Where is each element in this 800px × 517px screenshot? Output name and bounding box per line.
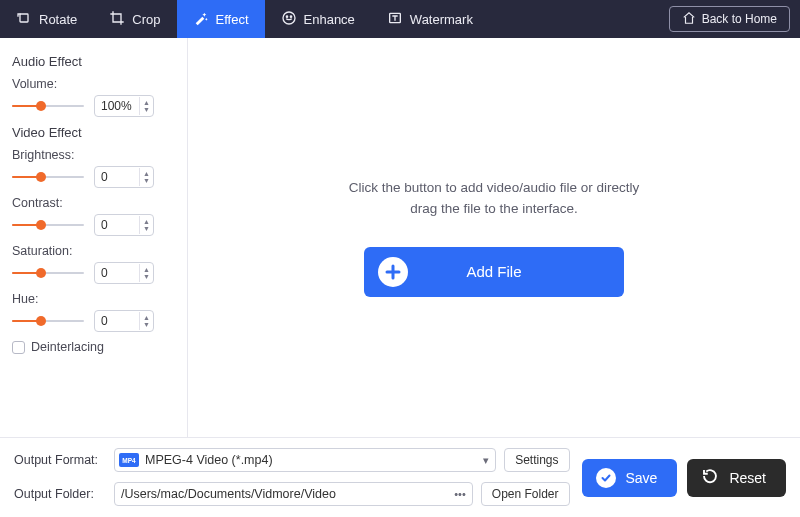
stepper-arrows-icon[interactable]: ▲▼	[139, 168, 153, 186]
hue-row: 0▲▼	[12, 310, 175, 332]
volume-slider[interactable]	[12, 99, 84, 113]
enhance-icon	[281, 10, 297, 29]
reset-icon	[701, 467, 719, 488]
save-label: Save	[626, 470, 658, 486]
svg-point-3	[290, 16, 291, 17]
hue-stepper[interactable]: 0▲▼	[94, 310, 154, 332]
output-folder-value: /Users/mac/Documents/Vidmore/Video	[121, 487, 448, 501]
tab-label: Enhance	[304, 12, 355, 27]
brightness-value: 0	[95, 170, 139, 184]
deinterlacing-checkbox[interactable]	[12, 341, 25, 354]
settings-button[interactable]: Settings	[504, 448, 569, 472]
tab-rotate[interactable]: Rotate	[0, 0, 93, 38]
tab-crop[interactable]: Crop	[93, 0, 176, 38]
hue-value: 0	[95, 314, 139, 328]
tab-enhance[interactable]: Enhance	[265, 0, 371, 38]
saturation-label: Saturation:	[12, 244, 175, 258]
svg-rect-0	[20, 14, 28, 22]
back-to-home-label: Back to Home	[702, 12, 777, 26]
saturation-value: 0	[95, 266, 139, 280]
add-file-button[interactable]: Add File	[364, 247, 624, 297]
brightness-slider[interactable]	[12, 170, 84, 184]
reset-label: Reset	[729, 470, 766, 486]
volume-stepper[interactable]: 100% ▲▼	[94, 95, 154, 117]
top-toolbar: Rotate Crop Effect Enha	[0, 0, 800, 38]
toolbar-spacer	[489, 0, 669, 38]
contrast-stepper[interactable]: 0▲▼	[94, 214, 154, 236]
volume-label: Volume:	[12, 77, 175, 91]
home-icon	[682, 11, 696, 28]
output-format-select[interactable]: MPEG-4 Video (*.mp4) ▾	[114, 448, 496, 472]
main-area: Audio Effect Volume: 100% ▲▼ Video Effec…	[0, 38, 800, 437]
browse-icon[interactable]: •••	[454, 488, 466, 500]
plus-icon	[378, 257, 408, 287]
output-format-row: Output Format: MPEG-4 Video (*.mp4) ▾ Se…	[14, 448, 570, 472]
chevron-down-icon: ▾	[483, 454, 489, 467]
drop-hint: Click the button to add video/audio file…	[349, 178, 639, 219]
open-folder-button[interactable]: Open Folder	[481, 482, 570, 506]
watermark-icon	[387, 10, 403, 29]
tab-label: Watermark	[410, 12, 473, 27]
hue-label: Hue:	[12, 292, 175, 306]
action-buttons: Save Reset	[582, 448, 787, 507]
contrast-label: Contrast:	[12, 196, 175, 210]
deinterlacing-row[interactable]: Deinterlacing	[12, 340, 175, 354]
video-effect-title: Video Effect	[12, 125, 175, 140]
mp4-icon	[119, 453, 139, 467]
crop-icon	[109, 10, 125, 29]
stepper-arrows-icon[interactable]: ▲▼	[139, 216, 153, 234]
bottom-bar: Output Format: MPEG-4 Video (*.mp4) ▾ Se…	[0, 437, 800, 517]
save-button[interactable]: Save	[582, 459, 678, 497]
volume-value: 100%	[95, 99, 139, 113]
output-settings: Output Format: MPEG-4 Video (*.mp4) ▾ Se…	[14, 448, 570, 507]
stepper-arrows-icon[interactable]: ▲▼	[139, 312, 153, 330]
tab-label: Crop	[132, 12, 160, 27]
contrast-row: 0▲▼	[12, 214, 175, 236]
volume-row: 100% ▲▼	[12, 95, 175, 117]
add-file-label: Add File	[466, 263, 521, 280]
brightness-stepper[interactable]: 0▲▼	[94, 166, 154, 188]
svg-point-1	[283, 12, 295, 24]
check-icon	[596, 468, 616, 488]
stepper-arrows-icon[interactable]: ▲▼	[139, 97, 153, 115]
tab-effect[interactable]: Effect	[177, 0, 265, 38]
output-format-label: Output Format:	[14, 453, 106, 467]
stepper-arrows-icon[interactable]: ▲▼	[139, 264, 153, 282]
rotate-icon	[16, 10, 32, 29]
back-to-home-button[interactable]: Back to Home	[669, 6, 790, 32]
hue-slider[interactable]	[12, 314, 84, 328]
output-folder-row: Output Folder: /Users/mac/Documents/Vidm…	[14, 482, 570, 506]
contrast-value: 0	[95, 218, 139, 232]
file-drop-area[interactable]: Click the button to add video/audio file…	[188, 38, 800, 437]
svg-point-2	[286, 16, 287, 17]
tab-label: Effect	[216, 12, 249, 27]
brightness-row: 0▲▼	[12, 166, 175, 188]
saturation-slider[interactable]	[12, 266, 84, 280]
output-folder-label: Output Folder:	[14, 487, 106, 501]
tab-label: Rotate	[39, 12, 77, 27]
output-folder-field[interactable]: /Users/mac/Documents/Vidmore/Video •••	[114, 482, 473, 506]
contrast-slider[interactable]	[12, 218, 84, 232]
saturation-row: 0▲▼	[12, 262, 175, 284]
effect-icon	[193, 10, 209, 29]
saturation-stepper[interactable]: 0▲▼	[94, 262, 154, 284]
brightness-label: Brightness:	[12, 148, 175, 162]
output-format-value: MPEG-4 Video (*.mp4)	[145, 453, 477, 467]
deinterlacing-label: Deinterlacing	[31, 340, 104, 354]
reset-button[interactable]: Reset	[687, 459, 786, 497]
effects-sidebar: Audio Effect Volume: 100% ▲▼ Video Effec…	[0, 38, 188, 437]
tab-watermark[interactable]: Watermark	[371, 0, 489, 38]
audio-effect-title: Audio Effect	[12, 54, 175, 69]
